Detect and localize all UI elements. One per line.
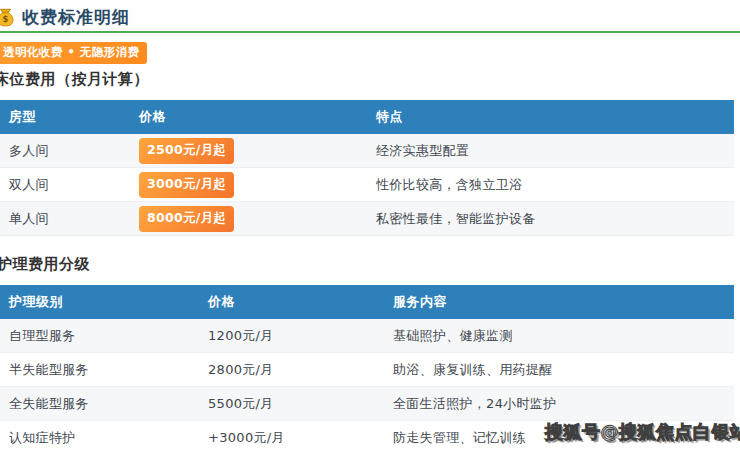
table-cell: 私密性最佳，智能监护设备	[367, 202, 734, 236]
page-header: $ 收费标准明细	[0, 0, 740, 33]
section-heading-bed-fees: 床位费用（按月计算）	[0, 70, 740, 89]
table-cell: 多人间	[0, 134, 130, 168]
price-badge: 3000元/月起	[139, 172, 234, 198]
table-row: 单人间8000元/月起私密性最佳，智能监护设备	[0, 202, 734, 236]
column-header: 护理级别	[0, 285, 199, 319]
table-row: 多人间2500元/月起经济实惠型配置	[0, 134, 734, 168]
fee-details-page: $ 收费标准明细 透明化收费 • 无隐形消费 床位费用（按月计算） 房型价格特点…	[0, 0, 740, 450]
price-badge: 2500元/月起	[139, 138, 234, 164]
table-cell: 1200元/月	[199, 319, 384, 353]
table-cell: 2800元/月	[199, 353, 384, 387]
table-cell: 半失能型服务	[0, 353, 199, 387]
watermark: 搜狐号@搜狐焦点白银站	[545, 420, 740, 444]
table-cell: 8000元/月起	[130, 202, 367, 236]
table-cell: 单人间	[0, 202, 130, 236]
table-cell: 自理型服务	[0, 319, 199, 353]
table-cell: 助浴、康复训练、用药提醒	[384, 353, 734, 387]
table-cell: 经济实惠型配置	[367, 134, 734, 168]
bed-fee-table-header-row: 房型价格特点	[0, 100, 734, 134]
price-badge: 8000元/月起	[139, 206, 234, 232]
svg-text:$: $	[3, 14, 9, 24]
bed-fee-table: 房型价格特点 多人间2500元/月起经济实惠型配置双人间3000元/月起性价比较…	[0, 100, 734, 236]
table-cell: 双人间	[0, 168, 130, 202]
column-header: 价格	[130, 100, 367, 134]
table-cell: 性价比较高，含独立卫浴	[367, 168, 734, 202]
table-cell: 3000元/月起	[130, 168, 367, 202]
money-bag-icon: $	[0, 7, 16, 28]
promo-badge: 透明化收费 • 无隐形消费	[0, 42, 147, 64]
table-row: 半失能型服务2800元/月助浴、康复训练、用药提醒	[0, 353, 734, 387]
column-header: 价格	[199, 285, 384, 319]
table-cell: 全面生活照护，24小时监护	[384, 387, 734, 421]
column-header: 房型	[0, 100, 130, 134]
table-cell: +3000元/月	[199, 421, 384, 450]
table-row: 自理型服务1200元/月基础照护、健康监测	[0, 319, 734, 353]
table-cell: 5500元/月	[199, 387, 384, 421]
bed-fee-table-body: 多人间2500元/月起经济实惠型配置双人间3000元/月起性价比较高，含独立卫浴…	[0, 134, 734, 236]
table-cell: 认知症特护	[0, 421, 199, 450]
table-cell: 全失能型服务	[0, 387, 199, 421]
section-heading-care-fees: 护理费用分级	[0, 255, 740, 274]
column-header: 服务内容	[384, 285, 734, 319]
table-cell: 2500元/月起	[130, 134, 367, 168]
table-row: 全失能型服务5500元/月全面生活照护，24小时监护	[0, 387, 734, 421]
column-header: 特点	[367, 100, 734, 134]
page-title: 收费标准明细	[22, 6, 130, 29]
care-fee-table-header-row: 护理级别价格服务内容	[0, 285, 734, 319]
table-cell: 基础照护、健康监测	[384, 319, 734, 353]
table-row: 双人间3000元/月起性价比较高，含独立卫浴	[0, 168, 734, 202]
